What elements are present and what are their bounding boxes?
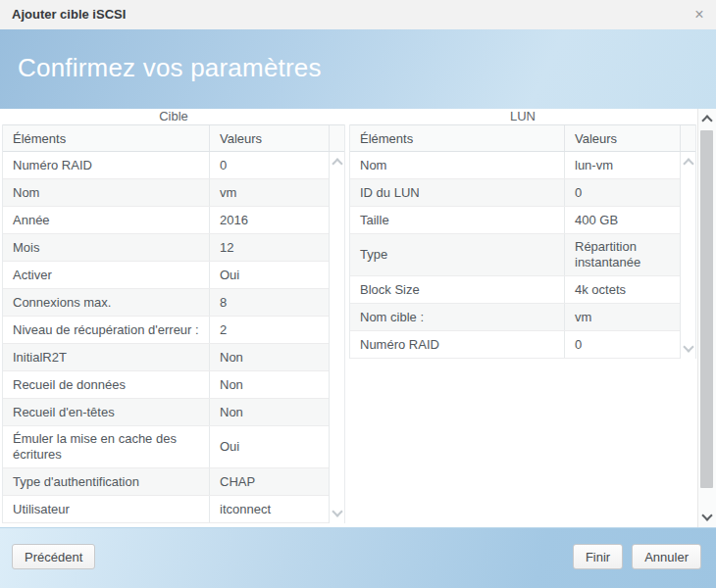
lun-table-section: LUN Éléments Valeurs Nomlun-vmID du LUN0… [349,109,696,359]
table-row[interactable]: Nomvm [3,179,330,207]
row-value: 4k octets [565,276,681,303]
chevron-up-icon[interactable] [332,158,342,169]
row-label: Nom [3,179,210,206]
row-value: 0 [565,179,681,206]
chevron-down-icon[interactable] [332,506,342,516]
lun-table: Éléments Valeurs Nomlun-vmID du LUN0Tail… [349,124,696,359]
row-value: lun-vm [565,152,681,178]
row-label: Type [350,234,565,275]
row-value: CHAP [210,468,330,495]
table-row[interactable]: Numéro RAID0 [350,331,681,359]
row-value: Non [210,399,330,425]
dialog-title: Ajouter cible iSCSI [12,0,126,29]
cible-group-label: Cible [2,109,345,124]
row-label: Niveau de récupération d'erreur : [3,317,210,343]
row-value: Oui [210,262,330,288]
row-label: Nom cible : [350,304,565,330]
table-row[interactable]: Année2016 [3,207,330,234]
previous-button[interactable]: Précédent [12,544,95,569]
row-label: Recueil d'en-têtes [3,399,210,425]
table-row[interactable]: InitialR2TNon [3,344,330,371]
row-label: Taille [350,207,565,233]
lun-group-label: LUN [349,109,696,124]
column-header-elements[interactable]: Éléments [3,125,210,151]
lun-table-body: Nomlun-vmID du LUN0Taille400 GBTypeRépar… [350,152,695,359]
row-label: Année [3,207,210,233]
table-row[interactable]: Type d'authentificationCHAP [3,468,330,496]
table-row[interactable]: Utilisateuritconnect [3,496,330,523]
row-label: Numéro RAID [3,152,210,178]
banner-title: Confirmez vos paramètres [18,53,322,83]
row-label: Connexions max. [3,289,210,316]
row-label: Type d'authentification [3,468,210,495]
row-value: 12 [210,234,330,261]
row-value: Non [210,344,330,370]
row-label: Nom [350,152,565,178]
scrollbar-thumb[interactable] [700,130,713,488]
close-button[interactable]: × [689,4,710,25]
row-value: Oui [210,426,330,467]
table-row[interactable]: Taille400 GB [350,207,681,234]
row-label: Activer [3,262,210,288]
row-value: Répartition instantanée [565,234,681,275]
dialog-titlebar: Ajouter cible iSCSI × [0,0,716,29]
cible-table: Éléments Valeurs Numéro RAID0NomvmAnnée2… [2,124,345,523]
lun-table-scrollbar[interactable] [680,152,695,359]
add-iscsi-target-dialog: Ajouter cible iSCSI × Confirmez vos para… [0,0,716,588]
row-label: Utilisateur [3,496,210,522]
table-row[interactable]: Block Size4k octets [350,276,681,304]
cible-table-header: Éléments Valeurs [3,124,344,152]
table-row[interactable]: Connexions max.8 [3,289,330,317]
row-label: Recueil de données [3,371,210,398]
row-value: 400 GB [565,207,681,233]
table-row[interactable]: Numéro RAID0 [3,152,330,179]
lun-table-header: Éléments Valeurs [350,124,695,152]
column-header-elements[interactable]: Éléments [350,125,565,151]
dialog-scrollbar[interactable] [697,109,716,527]
wizard-banner: Confirmez vos paramètres [0,29,716,109]
row-value: vm [565,304,681,330]
row-value: 0 [210,152,330,178]
table-row[interactable]: ActiverOui [3,262,330,289]
table-row[interactable]: Émuler la mise en cache des écrituresOui [3,426,330,468]
table-row[interactable]: Recueil d'en-têtesNon [3,399,330,426]
footer-button-group: Finir Annuler [573,544,701,569]
table-row[interactable]: Nomlun-vm [350,152,681,179]
dialog-footer: Précédent Finir Annuler [0,527,716,588]
row-label: Numéro RAID [350,331,565,358]
chevron-down-icon[interactable] [701,510,712,520]
row-value: itconnect [210,496,330,522]
row-value: 0 [565,331,681,358]
row-label: Mois [3,234,210,261]
chevron-up-icon[interactable] [683,158,693,169]
row-label: InitialR2T [3,344,210,370]
column-header-valeurs[interactable]: Valeurs [565,125,681,151]
row-label: Émuler la mise en cache des écritures [3,426,210,467]
cible-table-body: Numéro RAID0NomvmAnnée2016Mois12ActiverO… [3,152,344,523]
table-row[interactable]: Recueil de donnéesNon [3,371,330,399]
finish-button[interactable]: Finir [573,544,623,569]
row-value: 2016 [210,207,330,233]
table-row[interactable]: Mois12 [3,234,330,262]
cible-table-section: Cible Éléments Valeurs Numéro RAID0Nomvm… [2,109,345,523]
row-label: Block Size [350,276,565,303]
row-value: Non [210,371,330,398]
close-icon: × [694,6,703,23]
row-value: 8 [210,289,330,316]
cible-table-scrollbar[interactable] [329,152,344,523]
row-label: ID du LUN [350,179,565,206]
table-row[interactable]: Niveau de récupération d'erreur :2 [3,317,330,344]
chevron-down-icon[interactable] [683,341,693,352]
chevron-up-icon[interactable] [701,115,712,125]
column-header-valeurs[interactable]: Valeurs [210,125,330,151]
dialog-content: Cible Éléments Valeurs Numéro RAID0Nomvm… [0,109,716,527]
cancel-button[interactable]: Annuler [632,544,701,569]
table-row[interactable]: Nom cible :vm [350,304,681,331]
row-value: 2 [210,317,330,343]
table-row[interactable]: ID du LUN0 [350,179,681,207]
row-value: vm [210,179,330,206]
table-row[interactable]: TypeRépartition instantanée [350,234,681,276]
